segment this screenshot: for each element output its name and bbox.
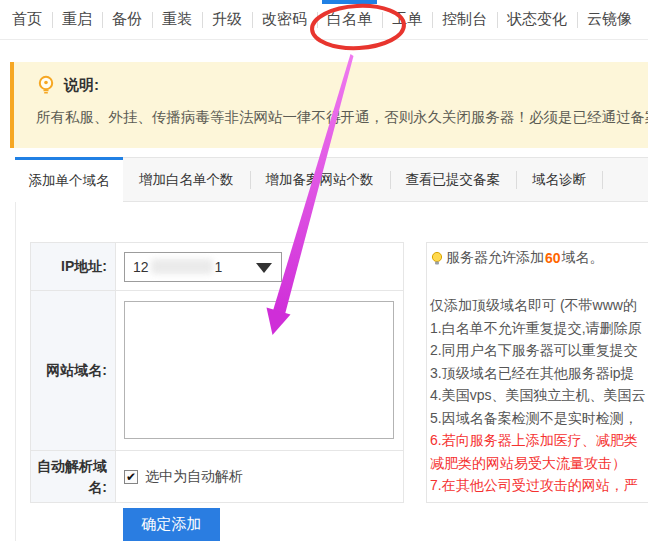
nav-item[interactable]: 重装 [152,0,202,39]
quota-prefix: 服务器允许添加 [446,249,544,267]
auto-resolve-option: ✔ 选中为自动解析 [124,468,243,486]
top-nav: 首页 重启 备份 重装 升级 改密码 白名单 工单 控制台 状态变化 云镜像 [0,0,648,40]
whitelist-form: IP地址: 12 1 网站域名: 自动解析域名: ✔ 选中为自动解析 [30,242,404,503]
ip-row: IP地址: 12 1 [31,243,403,291]
tab[interactable]: 增加白名单个数 [123,157,250,202]
nav-item-label: 改密码 [262,10,307,29]
tip-line: 减肥类的网站易受大流量攻击） [430,452,648,475]
tab[interactable]: 增加备案网站个数 [250,157,390,202]
nav-item-label: 首页 [12,10,42,29]
tip-line: 1.白名单不允许重复提交,请删除原 [430,317,648,340]
tip-line: 6.若向服务器上添加医疗、减肥类 [430,429,648,452]
tip-line: 3.顶级域名已经在其他服务器ip提 [430,362,648,385]
quota-line: 服务器允许添加60域名。 [430,248,648,268]
tab[interactable]: 域名诊断 [516,157,602,202]
tab[interactable]: 查看已提交备案 [390,157,517,202]
nav-item-label: 工单 [392,10,422,29]
nav-item[interactable]: 工单 [382,0,432,39]
tab-bar-filler [602,157,648,202]
tip-line: 4.美国vps、美国独立主机、美国云 [430,384,648,407]
notice-box: 说明: 所有私服、外挂、传播病毒等非法网站一律不得开通，否则永久关闭服务器！必须… [10,62,648,148]
tab-label: 增加备案网站个数 [266,171,374,189]
domain-row: 网站域名: [31,291,403,451]
ip-label: IP地址: [31,243,116,290]
tab-list: 添加单个域名 增加白名单个数 增加备案网站个数 查看已提交备案 域名诊断 [15,157,602,202]
nav-item[interactable]: 云镜像 [577,0,642,39]
tips-list: 仅添加顶级域名即可 (不带www的1.白名单不允许重复提交,请删除原2.同用户名… [430,294,648,497]
auto-resolve-row: 自动解析域名: ✔ 选中为自动解析 [31,451,403,502]
lightbulb-icon [36,75,56,95]
auto-resolve-checkbox-label: 选中为自动解析 [145,468,243,486]
nav-item[interactable]: 备份 [102,0,152,39]
nav-item[interactable]: 升级 [202,0,252,39]
caret-down-icon [256,263,272,273]
notice-title: 说明: [64,76,99,95]
domain-label: 网站域名: [31,291,116,450]
nav-item[interactable]: 控制台 [432,0,497,39]
tip-line: 7.在其他公司受过攻击的网站，严 [430,474,648,497]
nav-item-label: 状态变化 [507,10,567,29]
nav-item[interactable]: 状态变化 [497,0,577,39]
tab-label: 增加白名单个数 [139,171,234,189]
tip-line: 5.因域名备案检测不是实时检测， [430,407,648,430]
nav-item-label: 重启 [62,10,92,29]
domain-textarea[interactable] [124,301,394,439]
quota-suffix: 域名。 [562,249,604,267]
tab-label: 域名诊断 [532,171,586,189]
auto-resolve-checkbox[interactable]: ✔ [124,470,138,484]
nav-item[interactable]: 改密码 [252,0,317,39]
tab-label: 添加单个域名 [29,172,110,190]
ip-value-prefix: 12 [133,259,149,275]
tips-panel: 服务器允许添加60域名。 仅添加顶级域名即可 (不带www的1.白名单不允许重复… [426,242,648,503]
tab-bar-spacer [0,157,15,202]
tab-bar: 添加单个域名 增加白名单个数 增加备案网站个数 查看已提交备案 域名诊断 [0,157,648,202]
bulb-icon [430,251,444,266]
tab-label: 查看已提交备案 [406,171,501,189]
nav-item-label: 控制台 [442,10,487,29]
auto-resolve-field-cell: ✔ 选中为自动解析 [116,451,403,502]
tip-line: 仅添加顶级域名即可 (不带www的 [430,294,648,317]
domain-field-cell [116,291,403,450]
redacted-ip-blur [151,259,213,274]
nav-item-label: 备份 [112,10,142,29]
nav-item-label: 白名单 [327,10,372,29]
nav-item-label: 云镜像 [587,10,632,29]
whitelist-panel-page: 首页 重启 备份 重装 升级 改密码 白名单 工单 控制台 状态变化 云镜像 [0,0,648,541]
nav-item[interactable]: 白名单 [317,0,382,39]
ip-value-suffix: 1 [215,259,223,275]
notice-header: 说明: [36,75,648,95]
ip-field-cell: 12 1 [116,243,403,290]
quota-number: 60 [544,250,562,266]
notice-body-text: 所有私服、外挂、传播病毒等非法网站一律不得开通，否则永久关闭服务器！必须是已经通… [36,108,648,127]
tab[interactable]: 添加单个域名 [15,157,123,202]
nav-item-label: 重装 [162,10,192,29]
confirm-add-button[interactable]: 确定添加 [123,508,220,541]
nav-item[interactable]: 首页 [2,0,52,39]
tip-line: 2.同用户名下服务器可以重复提交 [430,339,648,362]
nav-item[interactable]: 重启 [52,0,102,39]
nav-item-label: 升级 [212,10,242,29]
ip-select[interactable]: 12 1 [124,252,282,282]
auto-resolve-label: 自动解析域名: [31,451,116,502]
